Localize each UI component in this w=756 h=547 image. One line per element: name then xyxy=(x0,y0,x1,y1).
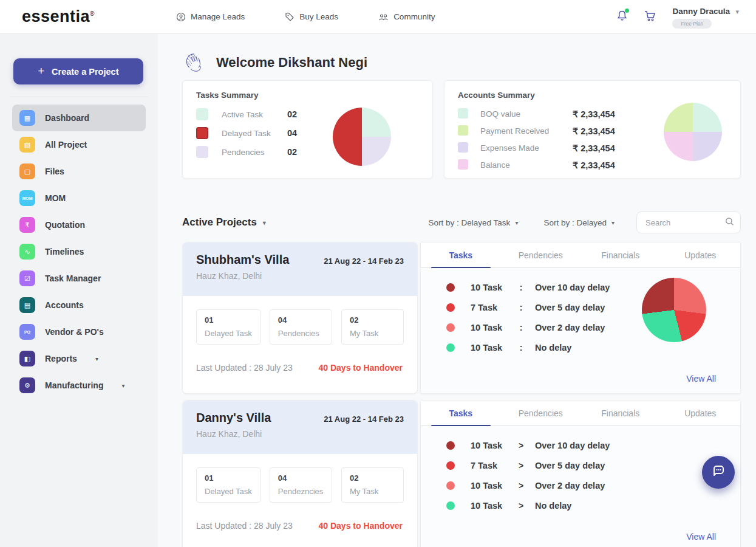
chevron-down-icon: ▾ xyxy=(735,8,739,15)
trademark-symbol: ® xyxy=(90,10,95,17)
delay-dot xyxy=(446,323,455,332)
sidebar-menu: ▦ Dashboard ▧ All Project ▢ Files MOM MO… xyxy=(0,105,158,399)
chevron-down-icon: ▾ xyxy=(611,219,615,226)
tab-updates[interactable]: Updates xyxy=(661,401,741,425)
tasks-summary-title: Tasks Summary xyxy=(196,91,419,100)
reports-icon: ◧ xyxy=(19,351,35,366)
legend-item: Balance ₹ 2,33,454 xyxy=(458,159,727,171)
brand-logo: essentia® xyxy=(22,7,158,26)
user-name: Danny Dracula xyxy=(672,7,730,16)
task-delay-row: 10 Task : No delay xyxy=(446,343,722,353)
tab-financials[interactable]: Financials xyxy=(581,401,661,425)
search-input[interactable] xyxy=(645,218,725,227)
active-projects-heading[interactable]: Active Projects ▾ xyxy=(182,216,266,229)
sidebar-item-dashboard[interactable]: ▦ Dashboard xyxy=(12,105,146,131)
mom-icon: MOM xyxy=(19,190,35,206)
plan-badge: Free Plan xyxy=(672,19,712,29)
purchase-order-icon: PO xyxy=(19,324,35,340)
tab-updates[interactable]: Updates xyxy=(661,243,741,267)
sidebar-item-reports[interactable]: ◧ Reports ▾ xyxy=(12,345,146,372)
tab-pendencies[interactable]: Pendencies xyxy=(501,243,581,267)
chevron-down-icon: ▾ xyxy=(121,382,124,389)
chat-bubble-icon xyxy=(710,463,726,481)
delay-dot xyxy=(446,441,455,450)
page-title: Welcome Dikshant Negi xyxy=(216,55,367,71)
nav-item-manage-leads[interactable]: Manage Leads xyxy=(176,12,245,22)
task-delay-row: 7 Task > Over 5 day delay xyxy=(446,461,722,470)
stat-delayed-task: 01 Delayed Task xyxy=(196,467,261,503)
search-box xyxy=(636,212,741,233)
last-updated-text: Last Updated : 28 July 23 xyxy=(196,521,293,531)
sidebar-item-task-manager[interactable]: ☑ Task Manager xyxy=(12,265,146,292)
last-updated-text: Last Updated : 28 July 23 xyxy=(196,363,293,373)
project-dates: 21 Aug 22 - 14 Feb 23 xyxy=(324,415,404,424)
timeline-chart-icon: ∿ xyxy=(19,244,35,260)
user-menu[interactable]: Danny Dracula ▾ Free Plan xyxy=(672,5,739,29)
tab-financials[interactable]: Financials xyxy=(581,243,661,267)
tab-tasks[interactable]: Tasks xyxy=(421,401,501,425)
cart-icon[interactable] xyxy=(644,10,656,24)
boq-swatch xyxy=(458,108,468,119)
nav-item-community[interactable]: Community xyxy=(378,12,435,22)
plus-icon: + xyxy=(38,65,45,78)
create-project-button[interactable]: + Create a Project xyxy=(13,58,143,84)
sidebar-item-mom[interactable]: MOM MOM xyxy=(12,185,146,212)
sidebar-item-manufacturing[interactable]: ⚙ Manufacturing ▾ xyxy=(12,372,146,399)
top-nav-menu: Manage Leads Buy Leads Community xyxy=(176,12,435,22)
notifications-bell-icon[interactable] xyxy=(616,10,628,24)
sort-by-delayed-task-dropdown[interactable]: Sort by : Delayed Task ▾ xyxy=(429,218,519,227)
accounts-card-icon: ▤ xyxy=(19,297,35,313)
active-task-swatch xyxy=(196,108,208,120)
view-all-link[interactable]: View All xyxy=(686,532,716,542)
handover-countdown: 40 Days to Handover xyxy=(319,521,403,531)
projects-icon: ▧ xyxy=(19,137,35,153)
sidebar-item-timelines[interactable]: ∿ Timelines xyxy=(12,238,146,265)
delay-dot xyxy=(446,303,455,312)
dashboard-icon: ▦ xyxy=(19,110,35,126)
community-icon xyxy=(378,12,389,22)
sidebar-item-vendor-pos[interactable]: PO Vendor & PO's xyxy=(12,318,146,345)
task-delay-row: 10 Task > No delay xyxy=(446,501,722,511)
chat-fab-button[interactable] xyxy=(702,456,735,489)
project-card-header: Danny's Villa 21 Aug 22 - 14 Feb 23 Hauz… xyxy=(183,401,417,454)
sidebar-item-all-project[interactable]: ▧ All Project xyxy=(12,131,146,158)
stat-pendencies: 04 Pendencies xyxy=(270,309,332,345)
project-name: Shubham's Villa xyxy=(196,253,289,267)
stat-pendencies: 04 Pendezncies xyxy=(270,467,332,503)
tab-tasks[interactable]: Tasks xyxy=(421,243,501,267)
delay-dot xyxy=(446,501,455,510)
expenses-swatch xyxy=(458,142,468,153)
tab-pendencies[interactable]: Pendencies xyxy=(501,401,581,425)
delay-dot xyxy=(446,283,455,292)
project-dates: 21 Aug 22 - 14 Feb 23 xyxy=(324,256,404,266)
active-projects-toolbar: Active Projects ▾ Sort by : Delayed Task… xyxy=(182,210,741,235)
balance-swatch xyxy=(458,159,468,170)
chevron-down-icon: ▾ xyxy=(263,219,266,226)
notification-dot xyxy=(625,9,629,13)
stat-my-task: 02 My Task xyxy=(341,309,404,345)
tasks-summary-card: Tasks Summary Active Task 02 Delayed Tas… xyxy=(182,80,433,179)
files-icon: ▢ xyxy=(19,163,35,179)
delayed-task-swatch xyxy=(196,127,208,139)
stat-my-task: 02 My Task xyxy=(341,467,404,503)
rupee-icon: ₹ xyxy=(19,217,35,233)
project-task-panel: Tasks Pendencies Financials Updates 10 T… xyxy=(420,242,741,394)
task-delay-pie-chart xyxy=(642,278,706,342)
search-icon[interactable] xyxy=(725,217,734,229)
sort-by-delayed-dropdown[interactable]: Sort by : Delayed ▾ xyxy=(543,218,615,227)
accounts-summary-title: Accounts Summary xyxy=(458,91,727,100)
sidebar-item-accounts[interactable]: ▤ Accounts xyxy=(12,292,146,318)
project-row-dannys-villa: Danny's Villa 21 Aug 22 - 14 Feb 23 Hauz… xyxy=(182,400,741,547)
manufacturing-icon: ⚙ xyxy=(19,377,35,393)
leads-icon xyxy=(176,12,186,22)
delay-dot xyxy=(446,481,455,490)
buy-leads-icon xyxy=(285,12,295,22)
project-card-header: Shubham's Villa 21 Aug 22 - 14 Feb 23 Ha… xyxy=(183,243,417,296)
sidebar-item-files[interactable]: ▢ Files xyxy=(12,158,146,185)
view-all-link[interactable]: View All xyxy=(686,374,716,384)
sidebar-item-quotation[interactable]: ₹ Quotation xyxy=(12,212,146,238)
project-location: Hauz Khaz, Delhi xyxy=(196,429,404,439)
project-location: Hauz Khaz, Delhi xyxy=(196,271,404,281)
payment-received-swatch xyxy=(458,125,468,136)
nav-item-buy-leads[interactable]: Buy Leads xyxy=(285,12,338,22)
